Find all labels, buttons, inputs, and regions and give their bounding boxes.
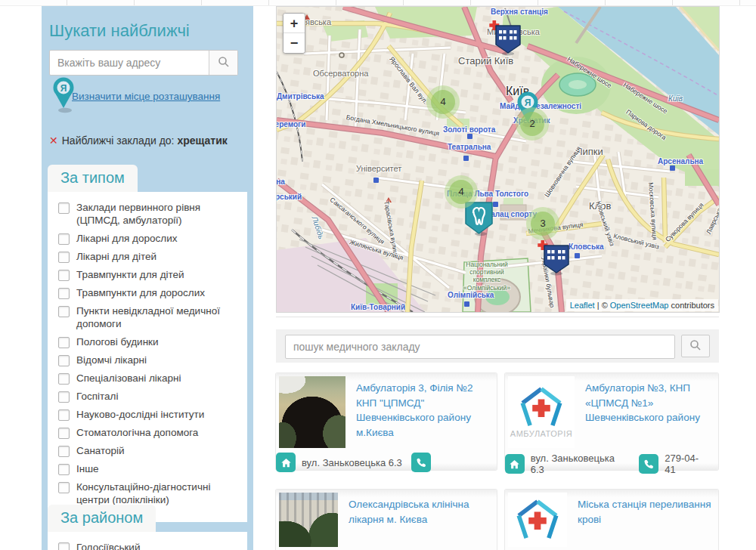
checkbox[interactable] (58, 233, 70, 245)
sidebar-title: Шукати найближчі (49, 21, 190, 41)
filter-option-label: Пологові будинки (76, 335, 159, 348)
checkbox[interactable] (58, 202, 70, 214)
checkbox[interactable] (58, 306, 70, 317)
filter-option-label: Травмпункти для дітей (76, 268, 184, 281)
district-filter: За районом Голосіївський (48, 505, 247, 550)
checkbox[interactable] (58, 464, 70, 475)
section-divider (276, 317, 719, 317)
filter-option-label: Лікарні для дітей (76, 250, 156, 263)
phone-icon[interactable] (639, 454, 658, 474)
checkbox[interactable] (58, 288, 70, 299)
facility-phone: 279-04-41 (665, 453, 709, 475)
filter-option[interactable]: Лікарні для дітей (57, 250, 238, 263)
zoom-out-button[interactable]: − (284, 33, 305, 53)
checkbox[interactable] (58, 270, 70, 281)
checkbox[interactable] (58, 542, 70, 550)
map-zoom-control: + − (283, 13, 305, 54)
facility-search-band (276, 329, 719, 363)
facility-search-button[interactable] (681, 335, 710, 357)
checkbox[interactable] (58, 428, 70, 439)
marker-cluster[interactable]: 4 (445, 175, 478, 209)
leaflet-map[interactable]: КудрявськаОбсерваторнаСтарий КиївКиївЛип… (276, 6, 720, 313)
facility-card: Міська станція переливання крові (505, 490, 718, 550)
search-sidebar: Шукати найближчі Я Визначити місце розта… (42, 6, 253, 550)
filter-option[interactable]: Травмпункти для дорослих (57, 286, 238, 299)
svg-text:Я: Я (60, 83, 67, 94)
checkbox[interactable] (58, 391, 70, 403)
map-markers-layer: Я 4 2 4 3 (277, 7, 719, 312)
zoom-in-button[interactable]: + (284, 14, 305, 33)
facility-address: вул. Заньковецька 6.3 (302, 457, 402, 468)
checkbox[interactable] (58, 337, 70, 348)
marker-cluster[interactable]: 4 (426, 85, 460, 119)
address-icon (276, 453, 296, 472)
filter-option[interactable]: Пункти невідкладної медичної допомоги (57, 304, 238, 330)
search-icon (218, 56, 230, 70)
filter-option[interactable]: Травмпункти для дітей (57, 268, 238, 281)
filter-option[interactable]: Лікарні для дорослих (57, 232, 238, 245)
phone-icon[interactable] (411, 453, 431, 472)
type-filter: За типом Заклади первинного рівня (ЦПМСД… (48, 165, 247, 522)
filter-option-label: Лікарні для дорослих (76, 232, 177, 245)
search-icon (689, 339, 702, 354)
address-input[interactable] (50, 51, 209, 75)
facility-logo[interactable]: АМБУЛАТОРІЯ (508, 376, 575, 448)
facility-title-link[interactable]: Амбулаторія №3, КНП «ЦПМСД №1» Шевченків… (585, 381, 715, 448)
checkbox[interactable] (58, 409, 70, 421)
facility-photo[interactable] (279, 376, 345, 448)
me-pin-letter: Я (525, 97, 531, 108)
address-search-button[interactable] (209, 51, 237, 75)
pentagon-cross-logo (518, 386, 565, 428)
marker-cluster[interactable]: 3 (526, 207, 559, 240)
filter-option-label: Голосіївський (76, 541, 140, 550)
facility-card: АМБУЛАТОРІЯ Амбулаторія №3, КНП «ЦПМСД №… (505, 373, 718, 470)
filter-option[interactable]: Науково-дослідні інститути (57, 408, 238, 421)
hospital-marker[interactable] (537, 239, 573, 279)
filter-option-label: Травмпункти для дорослих (76, 286, 205, 299)
osm-link[interactable]: OpenStreetMap (610, 301, 669, 310)
leaflet-link[interactable]: Leaflet (570, 301, 595, 310)
checkbox[interactable] (58, 355, 70, 366)
district-filter-tab: За районом (48, 505, 156, 532)
facility-title-link[interactable]: Міська станція переливання крові (578, 497, 715, 547)
filter-option[interactable]: Пологові будинки (57, 335, 238, 348)
filter-option[interactable]: Стоматологічна допомога (57, 426, 238, 439)
filter-option-label: Відомчі лікарні (76, 354, 147, 366)
nearest-value: хрещатик (177, 134, 227, 147)
facility-title-link[interactable]: Амбулаторія 3, Філія №2 КНП "ЦПМСД" Шевч… (356, 381, 494, 448)
filter-option[interactable]: Спеціалізовані лікарні (57, 372, 238, 385)
filter-option[interactable]: Відомчі лікарні (57, 354, 238, 366)
marker-cluster[interactable]: 2 (516, 107, 549, 141)
address-search-box (49, 50, 238, 76)
filter-option[interactable]: Заклади первинного рівня (ЦПМСД, амбулат… (57, 201, 238, 227)
cropped-top-bar (0, 0, 756, 6)
checkbox[interactable] (58, 373, 70, 385)
facility-photo[interactable] (279, 493, 338, 547)
type-filter-options: Заклади первинного рівня (ЦПМСД, амбулат… (57, 201, 238, 506)
filter-option-label: Пункти невідкладної медичної допомоги (76, 304, 238, 330)
facility-logo[interactable] (508, 493, 567, 547)
checkbox[interactable] (58, 482, 70, 493)
facility-title-link[interactable]: Олександрівська клінічна лікарня м. Києв… (349, 497, 494, 547)
hospital-marker[interactable] (488, 20, 525, 59)
filter-option[interactable]: Госпіталі (57, 390, 238, 403)
filter-option[interactable]: Інше (57, 462, 238, 475)
checkbox[interactable] (58, 446, 70, 457)
filter-option[interactable]: Санаторій (57, 444, 238, 457)
facility-address: вул. Заньковецька 6.3 (531, 453, 631, 475)
locate-me-link[interactable]: Визначити місце розташування (72, 91, 220, 102)
facility-card: Олександрівська клінічна лікарня м. Києв… (276, 490, 497, 550)
clear-icon[interactable]: ✕ (49, 134, 58, 147)
nearest-label: Найближчі заклади до: (62, 134, 175, 147)
facility-search-input[interactable] (286, 335, 674, 358)
filter-option[interactable]: Консультаційно-діагностичні центри (полі… (57, 480, 238, 506)
address-icon (505, 454, 525, 474)
facility-card: Амбулаторія 3, Філія №2 КНП "ЦПМСД" Шевч… (276, 373, 497, 470)
checkbox[interactable] (58, 252, 70, 263)
pentagon-cross-logo (514, 499, 561, 541)
filter-option-label: Санаторій (76, 444, 125, 457)
filter-option[interactable]: Голосіївський (57, 541, 238, 550)
filter-option-label: Госпіталі (76, 390, 118, 403)
filter-option-label: Заклади первинного рівня (ЦПМСД, амбулат… (76, 201, 238, 227)
filter-option-label: Консультаційно-діагностичні центри (полі… (76, 480, 238, 506)
